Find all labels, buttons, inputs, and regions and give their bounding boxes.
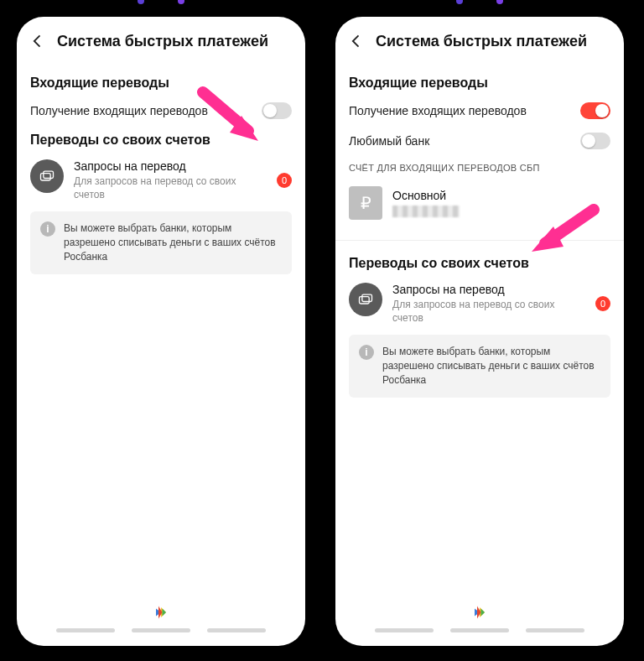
annotation-arrow-icon [193, 82, 268, 158]
page-title: Система быстрых платежей [376, 33, 587, 50]
incoming-toggle-row[interactable]: Получение входящих переводов [349, 102, 610, 119]
svg-rect-1 [44, 171, 54, 178]
info-box: i Вы можете выбрать банки, которым разре… [30, 211, 292, 273]
annotation-arrow-icon [520, 200, 604, 267]
account-number-redacted [392, 206, 460, 217]
info-text: Вы можете выбрать банки, которым разреше… [382, 345, 600, 387]
favorite-bank-label: Любимый банк [349, 134, 572, 148]
request-count-badge: 0 [277, 173, 292, 188]
phone-notch [98, 0, 224, 13]
sbp-logo-icon [472, 605, 487, 620]
app-header: Система быстрых платежей [17, 17, 305, 62]
page-title: Система быстрых платежей [57, 33, 268, 50]
favorite-bank-toggle[interactable] [580, 133, 610, 149]
cards-icon [349, 283, 382, 316]
cards-icon [30, 159, 64, 193]
svg-rect-0 [41, 174, 51, 180]
phone-frame-right: Система быстрых платежей Входящие перево… [335, 17, 624, 646]
incoming-toggle[interactable] [580, 102, 610, 119]
svg-rect-2 [360, 297, 370, 304]
incoming-toggle-label: Получение входящих переводов [349, 104, 572, 117]
android-nav-bar[interactable] [375, 628, 584, 638]
android-nav-bar[interactable] [56, 628, 266, 638]
section-incoming-heading: Входящие переводы [349, 75, 610, 91]
list-item-subtitle: Для запросов на перевод со своих счетов [392, 298, 585, 325]
info-text: Вы можете выбрать банки, которым разреше… [64, 221, 282, 263]
list-item-title: Запросы на перевод [392, 283, 585, 296]
info-icon: i [40, 221, 55, 237]
info-icon: i [359, 345, 374, 360]
back-arrow-icon[interactable] [347, 32, 366, 50]
request-count-badge: 0 [595, 296, 610, 311]
account-name: Основной [392, 189, 460, 202]
account-subheading: СЧЁТ ДЛЯ ВХОДЯЩИХ ПЕРЕВОДОВ СБП [349, 163, 610, 173]
svg-rect-3 [362, 294, 372, 301]
info-box: i Вы можете выбрать банки, которым разре… [349, 335, 610, 397]
ruble-icon: ₽ [349, 186, 382, 220]
phone-notch [417, 0, 543, 13]
sbp-logo-icon [153, 605, 169, 620]
favorite-bank-row[interactable]: Любимый банк [349, 133, 610, 149]
back-arrow-icon[interactable] [29, 32, 47, 50]
list-item-title: Запросы на перевод [74, 159, 267, 173]
transfer-requests-item[interactable]: Запросы на перевод Для запросов на перев… [349, 283, 610, 325]
list-item-subtitle: Для запросов на перевод со своих счетов [74, 174, 267, 201]
transfer-requests-item[interactable]: Запросы на перевод Для запросов на перев… [30, 159, 292, 201]
app-header: Система быстрых платежей [335, 17, 624, 62]
